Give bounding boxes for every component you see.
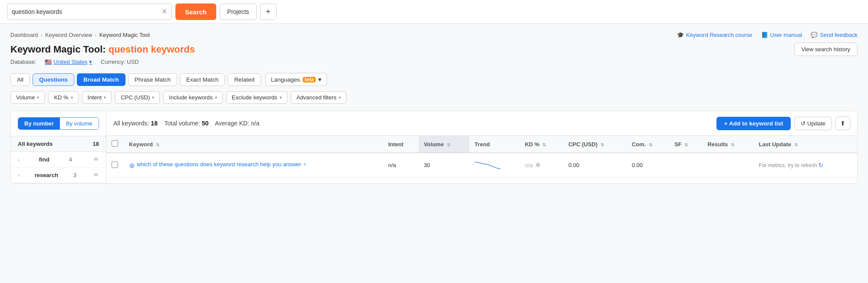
left-sidebar: By number By volume All keywords 18 › fi… [11,111,106,183]
th-sf[interactable]: SF ⇅ [669,136,702,153]
sidebar-all-keywords-count: 18 [93,141,99,147]
main-content: Dashboard › Keyword Overview › Keyword M… [0,24,868,283]
arrow-icon: » [304,161,307,167]
top-links: 🎓 Keyword Research course 📘 User manual … [677,32,858,38]
kd-filter[interactable]: KD % ▾ [48,91,78,104]
breadcrumb: Dashboard › Keyword Overview › Keyword M… [10,32,150,38]
select-all-checkbox[interactable] [112,140,118,147]
th-trend[interactable]: Trend [469,136,520,153]
db-label: Database: [10,59,36,65]
refresh-icon[interactable]: ↻ [818,162,823,168]
volume-sort-icon: ⇅ [447,142,450,147]
th-com[interactable]: Com. ⇅ [627,136,669,153]
tab-all[interactable]: All [10,73,30,86]
view-history-button[interactable]: View search history [794,43,858,56]
row-sf-cell [669,153,702,178]
cpc-label: CPC (USD) [121,94,150,101]
include-label: Include keywords [169,94,212,101]
volume-value: 30 [424,162,430,168]
th-results[interactable]: Results ⇅ [702,136,753,153]
export-button[interactable]: ⬆ [835,116,850,130]
th-volume[interactable]: Volume ⇅ [419,136,469,153]
intent-chevron-icon: ▾ [104,95,106,100]
send-feedback-link[interactable]: 💬 Send feedback [811,32,858,38]
sort-toggle: By number By volume [18,117,99,130]
db-row: Database: 🇺🇸 United States ▾ Currency: U… [10,59,858,65]
row-checkbox[interactable] [112,161,118,168]
results-sort-icon: ⇅ [731,142,734,147]
volume-filter[interactable]: Volume ▾ [10,91,45,104]
intent-filter[interactable]: Intent ▾ [82,91,112,104]
sidebar-expand-icon-find: › [18,157,20,162]
table-header-row: Keyword ⇅ Intent Volume ⇅ Trend [106,136,857,153]
th-keyword[interactable]: Keyword ⇅ [124,136,383,153]
exclude-keywords-filter[interactable]: Exclude keywords ▾ [226,91,287,104]
sidebar-item-research[interactable]: › research 3 👁 [11,168,106,183]
user-manual-link[interactable]: 📘 User manual [761,32,802,38]
breadcrumb-keyword-overview[interactable]: Keyword Overview [45,32,92,38]
all-keywords-label: All keywords: [113,120,149,127]
update-button[interactable]: ↺ Update [794,117,832,130]
country-selector[interactable]: 🇺🇸 United States ▾ [45,59,92,65]
advanced-filters[interactable]: Advanced filters ▾ [291,91,347,104]
filter-dropdowns: Volume ▾ KD % ▾ Intent ▾ CPC (USD) ▾ Inc… [10,91,858,104]
advanced-chevron-icon: ▾ [339,95,341,100]
table-row: ⊕ which of these questions does keyword … [106,153,857,178]
row-intent-cell: n/a [383,153,419,178]
th-cpc[interactable]: CPC (USD) ⇅ [563,136,627,153]
country-name: United States [53,59,87,65]
eye-icon-research[interactable]: 👁 [93,172,99,178]
cpc-value: 0.00 [568,162,579,168]
sidebar-expand-icon-research: › [18,173,20,178]
keyword-link[interactable]: ⊕ which of these questions does keyword … [129,161,378,170]
keyword-text: which of these questions does keyword re… [137,161,301,168]
breadcrumb-dashboard[interactable]: Dashboard [10,32,38,38]
tab-related[interactable]: Related [228,73,261,86]
row-volume-cell: 30 [419,153,469,178]
sort-by-number[interactable]: By number [18,118,60,129]
add-project-button[interactable]: + [260,3,277,20]
sidebar-group-name-find: find [39,156,50,163]
kd-sort-icon: ⇅ [542,142,546,147]
page-title: Keyword Magic Tool: question keywords [10,44,195,55]
th-intent[interactable]: Intent [383,136,419,153]
kd-chevron-icon: ▾ [71,95,73,100]
clear-icon[interactable]: ✕ [162,8,167,15]
th-last-update[interactable]: Last Update ⇅ [754,136,857,153]
tab-phrase-match[interactable]: Phrase Match [128,73,177,86]
projects-button[interactable]: Projects [220,3,257,20]
stats-text: All keywords: 18 Total volume: 50 Averag… [113,120,259,127]
search-button[interactable]: Search [175,3,216,20]
kd-label: KD % [54,94,68,101]
com-sort-icon: ⇅ [649,142,652,147]
intent-label: Intent [88,94,102,101]
top-row: Dashboard › Keyword Overview › Keyword M… [10,32,858,38]
intent-value: n/a [388,162,396,168]
add-keyword-icon: ⊕ [129,161,135,170]
eye-icon-find[interactable]: 👁 [93,156,99,163]
currency-label: Currency: USD [101,59,139,65]
filter-tabs: All Questions Broad Match Phrase Match E… [10,73,858,86]
volume-label: Volume [16,94,35,101]
page-title-row: Keyword Magic Tool: question keywords Vi… [10,43,858,56]
sf-sort-icon: ⇅ [684,142,688,147]
languages-dropdown[interactable]: Languages beta ▾ [265,73,327,86]
keywords-table: Keyword ⇅ Intent Volume ⇅ Trend [106,136,857,178]
tab-questions[interactable]: Questions [33,73,74,86]
row-cpc-cell: 0.00 [563,153,627,178]
sidebar-item-find[interactable]: › find 4 👁 [11,152,106,168]
tab-exact-match[interactable]: Exact Match [180,73,225,86]
kd-dot [536,163,540,167]
search-input[interactable] [12,8,159,15]
tab-broad-match[interactable]: Broad Match [77,73,125,86]
keyword-research-course-link[interactable]: 🎓 Keyword Research course [677,32,752,38]
include-keywords-filter[interactable]: Include keywords ▾ [163,91,222,104]
th-checkbox [106,136,124,153]
cpc-filter[interactable]: CPC (USD) ▾ [115,91,160,104]
row-kd-cell: n/a [520,153,563,178]
sort-by-volume[interactable]: By volume [60,118,99,129]
sidebar-group-count-research: 3 [73,172,76,178]
breadcrumb-sep-2: › [95,32,96,38]
th-kd[interactable]: KD % ⇅ [520,136,563,153]
add-to-keyword-list-button[interactable]: + Add to keyword list [716,117,791,130]
